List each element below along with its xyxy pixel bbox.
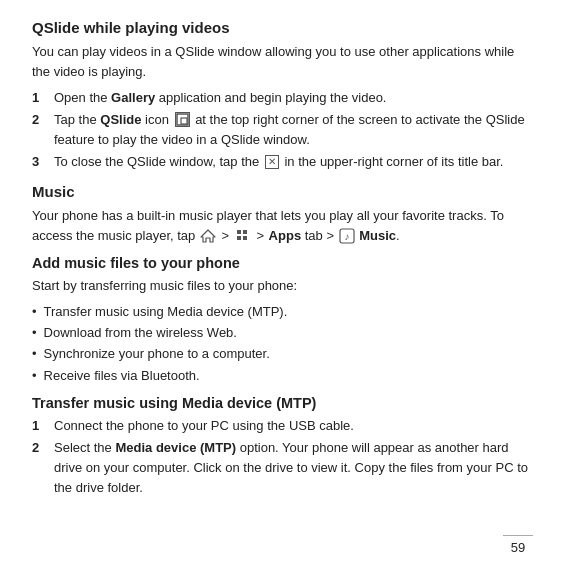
qslide-step-1: 1 Open the Gallery application and begin… — [32, 88, 533, 108]
add-music-intro: Start by transferring music files to you… — [32, 276, 533, 296]
qslide-step-2-text: Tap the QSlide icon at the top right cor… — [54, 110, 533, 150]
transfer-step-2-text: Select the Media device (MTP) option. Yo… — [54, 438, 533, 498]
music-intro: Your phone has a built-in music player t… — [32, 206, 533, 246]
bullet-4: Receive files via Bluetooth. — [32, 366, 533, 386]
svg-rect-3 — [237, 230, 241, 234]
qslide-steps: 1 Open the Gallery application and begin… — [32, 88, 533, 173]
qslide-section: QSlide while playing videos You can play… — [32, 18, 533, 172]
svg-marker-2 — [201, 230, 215, 242]
bullet-2: Download from the wireless Web. — [32, 323, 533, 343]
qslide-heading: QSlide while playing videos — [32, 18, 533, 38]
bullet-3: Synchronize your phone to a computer. — [32, 344, 533, 364]
svg-rect-4 — [243, 230, 247, 234]
transfer-step-1-text: Connect the phone to your PC using the U… — [54, 416, 354, 436]
transfer-num-1: 1 — [32, 416, 50, 436]
step-num-3: 3 — [32, 152, 50, 172]
add-music-heading: Add music files to your phone — [32, 254, 533, 273]
arrow-2: > — [256, 228, 264, 243]
transfer-steps: 1 Connect the phone to your PC using the… — [32, 416, 533, 499]
svg-rect-6 — [243, 236, 247, 240]
music-section: Music Your phone has a built-in music pl… — [32, 182, 533, 498]
mtp-bold: Media device (MTP) — [115, 440, 236, 455]
step-num-1: 1 — [32, 88, 50, 108]
page-number: 59 — [503, 535, 533, 555]
qslide-step-3-text: To close the QSlide window, tap the ✕ in… — [54, 152, 503, 172]
music-heading: Music — [32, 182, 533, 202]
qslide-step-1-text: Open the Gallery application and begin p… — [54, 88, 387, 108]
music-bold: Music — [359, 228, 396, 243]
page-container: QSlide while playing videos You can play… — [0, 0, 565, 567]
transfer-step-1: 1 Connect the phone to your PC using the… — [32, 416, 533, 436]
close-icon: ✕ — [265, 155, 279, 169]
music-note-icon: ♪ — [338, 228, 360, 243]
transfer-num-2: 2 — [32, 438, 50, 458]
qslide-step-1-after: application and begin playing the video. — [155, 90, 386, 105]
qslide-bold: QSlide — [100, 112, 141, 127]
home-icon — [199, 228, 221, 243]
transfer-step-2: 2 Select the Media device (MTP) option. … — [32, 438, 533, 498]
arrow-1: > — [222, 228, 230, 243]
qslide-step-2: 2 Tap the QSlide icon at the top right c… — [32, 110, 533, 150]
gallery-bold: Gallery — [111, 90, 155, 105]
apps-tab-label: Apps — [269, 228, 302, 243]
bullet-1: Transfer music using Media device (MTP). — [32, 302, 533, 322]
apps-grid-icon — [234, 228, 256, 243]
qslide-intro: You can play videos in a QSlide window a… — [32, 42, 533, 82]
step-num-2: 2 — [32, 110, 50, 130]
add-music-bullets: Transfer music using Media device (MTP).… — [32, 302, 533, 386]
qslide-icon — [175, 112, 190, 127]
svg-rect-5 — [237, 236, 241, 240]
qslide-step-3: 3 To close the QSlide window, tap the ✕ … — [32, 152, 533, 172]
svg-text:♪: ♪ — [344, 231, 349, 242]
transfer-heading: Transfer music using Media device (MTP) — [32, 394, 533, 413]
svg-rect-1 — [181, 118, 187, 124]
